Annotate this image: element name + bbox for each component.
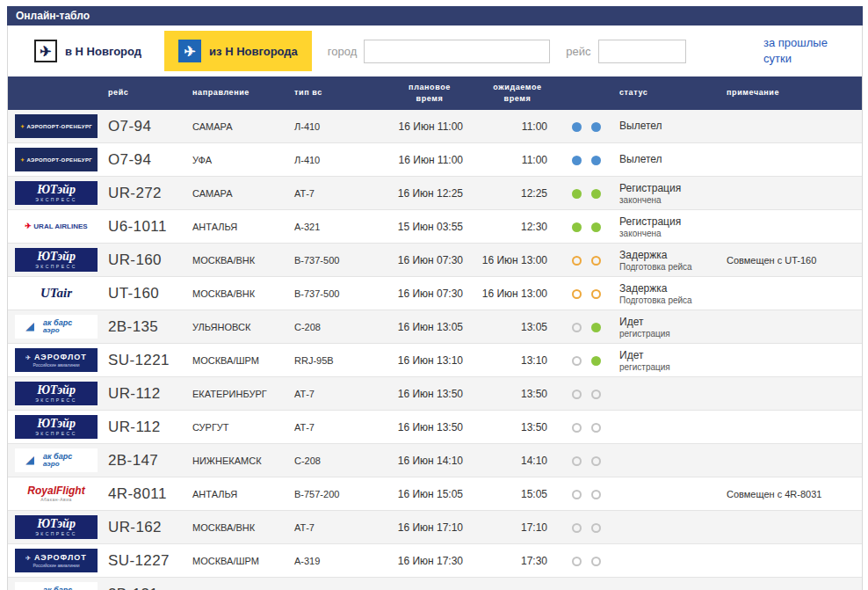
status-detail: закончена	[619, 229, 720, 238]
airline-logo: ак барс аэро	[15, 315, 98, 339]
board: ✈ в Н Новгород ✈ из Н Новгорода город ре…	[7, 25, 863, 590]
airline-logo: АЭРОФЛОТ Российские авиалинии	[15, 549, 98, 572]
airline-logo-subtext: ЭКСПРЕСС	[35, 398, 77, 403]
aircraft-type: Л-410	[291, 155, 384, 165]
flight-number: О7-94	[105, 118, 189, 135]
flight-number: 2В-131	[105, 586, 189, 590]
city-filter: город	[328, 40, 550, 63]
col-status: статус	[616, 87, 723, 99]
airline-cell: АЭРОФЛОТ Российские авиалинии	[8, 549, 105, 572]
expected-time: 14:10	[475, 455, 560, 467]
status-detail: Подготовка рейса	[619, 262, 720, 272]
status-dot-1	[572, 557, 582, 566]
flight-number: SU-1227	[105, 552, 189, 570]
destination: МОСКВА/ШРМ	[189, 556, 291, 566]
status-cell: Задержка Подготовка рейса	[616, 249, 723, 272]
status-dots	[560, 486, 616, 502]
status-dot-2	[591, 289, 601, 299]
status-dot-2	[591, 456, 601, 466]
status-dot-2	[591, 557, 601, 566]
status-cell: Вылетел	[616, 120, 723, 133]
col-planned-time: плановое время	[384, 82, 475, 106]
flight-number: SU-1221	[105, 352, 189, 369]
city-input[interactable]	[364, 40, 550, 63]
status-dot-2	[591, 356, 601, 366]
flight-filter: рейс	[566, 40, 685, 63]
status-dots	[560, 386, 616, 402]
expected-time: 11:00	[475, 120, 560, 133]
status-dots	[560, 152, 616, 168]
flight-number: UR-112	[105, 419, 189, 436]
flight-number: UR-112	[105, 385, 189, 403]
status-dot-2	[591, 156, 601, 165]
aircraft-type: RRJ-95B	[291, 355, 384, 366]
status-dot-2	[591, 390, 601, 399]
destination: УЛЬЯНОВСК	[189, 322, 291, 332]
aircraft-type: В-737-500	[291, 288, 384, 299]
airline-logo-subtext: ЭКСПРЕСС	[35, 198, 77, 202]
expected-time: 13:50	[475, 421, 560, 433]
col-flight: рейс	[105, 87, 189, 99]
airline-logo-text: ЮТэйр	[37, 418, 76, 430]
previous-day-link[interactable]: за прошлые сутки	[763, 35, 846, 66]
tab-departures[interactable]: ✈ из Н Новгорода	[164, 31, 312, 71]
flight-number: 2В-147	[105, 452, 189, 470]
planned-time: 16 Июн 13:50	[384, 421, 475, 433]
status-dot-1	[572, 323, 582, 332]
tab-arrivals-label: в Н Новгород	[65, 45, 141, 58]
flight-number: U6-1011	[105, 218, 189, 236]
flight-row: ЮТэйр ЭКСПРЕСС UR-162 МОСКВА/ВНК АТ-7 16…	[8, 511, 862, 544]
page-title: Онлайн-табло	[16, 10, 90, 22]
aircraft-type: А-321	[291, 222, 384, 232]
airline-logo: ЮТэйр ЭКСПРЕСС	[15, 382, 98, 405]
destination: АНТАЛЬЯ	[189, 489, 291, 499]
status-cell: Идет регистрация	[616, 316, 723, 339]
airline-logo-text: UTair	[40, 287, 72, 300]
destination: МОСКВА/ШРМ	[189, 355, 291, 366]
flight-number: UR-272	[105, 185, 189, 202]
destination: АНТАЛЬЯ	[189, 222, 291, 232]
destination: САМАРА	[189, 121, 291, 132]
flight-rows: АЭРОПОРТ-ОРЕНБУРГ О7-94 САМАРА Л-410 16 …	[8, 110, 862, 590]
planned-time: 16 Июн 11:00	[384, 120, 475, 133]
status-detail: регистрация	[619, 329, 720, 339]
status-dot-2	[591, 423, 601, 433]
planned-time: 16 Июн 17:30	[384, 555, 475, 567]
status-dot-1	[572, 390, 582, 399]
title-bar: Онлайн-табло	[7, 6, 863, 25]
airline-logo: UTair	[15, 281, 98, 305]
status-dot-1	[572, 289, 582, 299]
status-dots	[560, 419, 616, 435]
flight-input[interactable]	[598, 40, 686, 63]
status-dots	[560, 219, 616, 235]
status-detail: Подготовка рейса	[619, 295, 720, 305]
flight-row: ак барс аэро 2В-131 ИЖЕВСК С-208 16 Июн …	[8, 578, 862, 590]
flight-row: ЮТэйр ЭКСПРЕСС UR-272 САМАРА АТ-7 16 Июн…	[8, 177, 862, 210]
status-dot-1	[572, 356, 582, 366]
destination: МОСКВА/ВНК	[189, 288, 291, 299]
status-cell: Регистрация закончена	[616, 215, 723, 238]
aircraft-type: С-208	[291, 322, 384, 332]
flight-row: URAL AIRLINES U6-1011 АНТАЛЬЯ А-321 15 И…	[8, 210, 862, 244]
status-dots	[560, 319, 616, 335]
airline-logo: ЮТэйр ЭКСПРЕСС	[15, 415, 98, 439]
planned-time: 16 Июн 13:05	[384, 321, 475, 333]
airline-cell: ак барс аэро	[8, 582, 105, 590]
flight-number: 2В-135	[105, 318, 189, 336]
status-dot-1	[572, 189, 582, 199]
tab-departures-label: из Н Новгорода	[209, 45, 298, 58]
flight-number: 4R-8011	[105, 485, 189, 503]
status-dot-2	[591, 523, 601, 533]
planned-time: 16 Июн 15:05	[384, 488, 475, 500]
airline-logo-subtext: Российские авиалинии	[33, 564, 79, 568]
col-expected-time: ожидаемое время	[475, 82, 560, 106]
tab-arrivals[interactable]: ✈ в Н Новгород	[20, 31, 156, 71]
status-text: Задержка	[619, 249, 720, 261]
destination: МОСКВА/ВНК	[189, 522, 291, 533]
expected-time: 16 Июн 13:00	[475, 254, 560, 266]
airline-cell: АЭРОФЛОТ Российские авиалинии	[8, 348, 105, 372]
flight-row: АЭРОФЛОТ Российские авиалинии SU-1227 МО…	[8, 544, 862, 578]
airline-logo: URAL AIRLINES	[15, 215, 98, 238]
flight-row: UTair UT-160 МОСКВА/ВНК В-737-500 16 Июн…	[8, 277, 862, 310]
aircraft-type: В-737-500	[291, 255, 384, 266]
